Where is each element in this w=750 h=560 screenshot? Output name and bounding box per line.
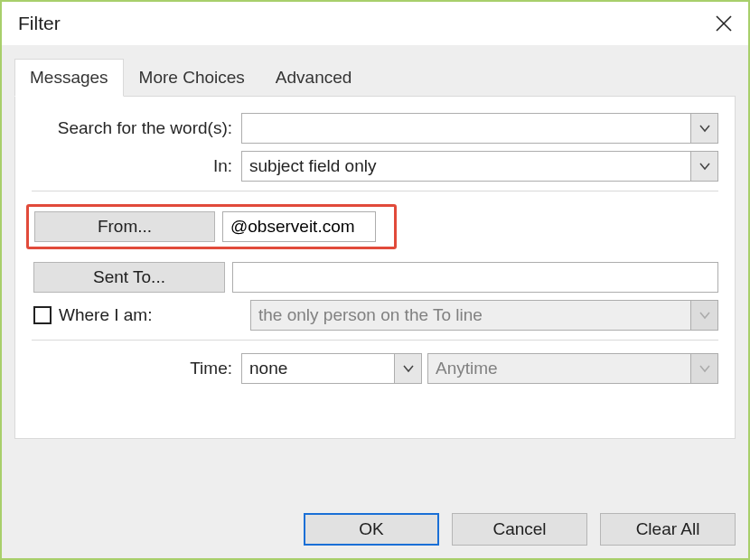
sent-to-button[interactable]: Sent To... <box>33 262 225 293</box>
time-label: Time: <box>32 359 241 378</box>
time-range-dropdown-button <box>690 354 717 383</box>
time-range-combo: Anytime <box>427 353 718 384</box>
tab-more-choices[interactable]: More Choices <box>124 58 260 96</box>
dialog-footer: OK Cancel Clear All <box>14 513 736 546</box>
clear-all-button-label: Clear All <box>636 519 700 539</box>
where-checkbox[interactable] <box>33 306 52 324</box>
tab-advanced[interactable]: Advanced <box>260 58 368 96</box>
separator <box>32 340 718 341</box>
sent-to-button-label: Sent To... <box>93 267 165 287</box>
where-label: Where I am: <box>59 305 152 325</box>
filter-dialog: Filter Messages More Choices Advanced Se… <box>0 0 750 560</box>
search-combo[interactable] <box>241 113 718 144</box>
search-dropdown-button[interactable] <box>690 114 717 143</box>
in-combo[interactable]: subject field only <box>241 151 718 182</box>
tabstrip: Messages More Choices Advanced <box>14 58 736 96</box>
chevron-down-icon <box>698 309 711 322</box>
ok-button[interactable]: OK <box>304 513 439 546</box>
where-combo: the only person on the To line <box>250 300 718 331</box>
search-label: Search for the word(s): <box>32 118 241 138</box>
from-input[interactable] <box>222 211 376 242</box>
from-button-label: From... <box>98 217 152 237</box>
close-button[interactable] <box>712 12 736 35</box>
from-highlight: From... <box>26 204 397 249</box>
in-row: In: subject field only <box>32 151 718 182</box>
time-range-value: Anytime <box>428 354 690 383</box>
in-value: subject field only <box>242 152 690 181</box>
time-condition-dropdown-button[interactable] <box>394 354 421 383</box>
where-dropdown-button <box>690 301 717 330</box>
sent-to-row: Sent To... <box>33 262 718 293</box>
where-value: the only person on the To line <box>251 301 690 330</box>
chevron-down-icon <box>402 362 415 375</box>
tab-label: Messages <box>30 68 108 88</box>
cancel-button-label: Cancel <box>492 519 546 539</box>
messages-panel: Search for the word(s): In: subject fiel… <box>14 96 736 439</box>
chevron-down-icon <box>698 160 711 173</box>
ok-button-label: OK <box>359 519 383 539</box>
window-title: Filter <box>18 13 712 34</box>
cancel-button[interactable]: Cancel <box>452 513 587 546</box>
chevron-down-icon <box>698 122 711 135</box>
tab-label: More Choices <box>139 68 245 88</box>
sent-to-input[interactable] <box>232 262 718 293</box>
search-row: Search for the word(s): <box>32 113 718 144</box>
in-dropdown-button[interactable] <box>690 152 717 181</box>
from-row: From... <box>32 204 718 255</box>
in-label: In: <box>32 156 241 176</box>
from-button[interactable]: From... <box>34 211 215 242</box>
where-label-group: Where I am: <box>32 305 241 325</box>
titlebar: Filter <box>2 2 748 45</box>
where-row: Where I am: the only person on the To li… <box>32 300 718 331</box>
clear-all-button[interactable]: Clear All <box>600 513 736 546</box>
tab-label: Advanced <box>276 68 352 88</box>
close-icon <box>715 14 733 33</box>
time-condition-value: none <box>242 354 394 383</box>
search-input[interactable] <box>242 114 690 143</box>
time-row: Time: none Anytime <box>32 353 718 384</box>
client-area: Messages More Choices Advanced Search fo… <box>2 45 748 558</box>
separator <box>32 191 718 191</box>
tab-messages[interactable]: Messages <box>14 59 124 97</box>
chevron-down-icon <box>698 362 711 375</box>
time-condition-combo[interactable]: none <box>241 353 422 384</box>
